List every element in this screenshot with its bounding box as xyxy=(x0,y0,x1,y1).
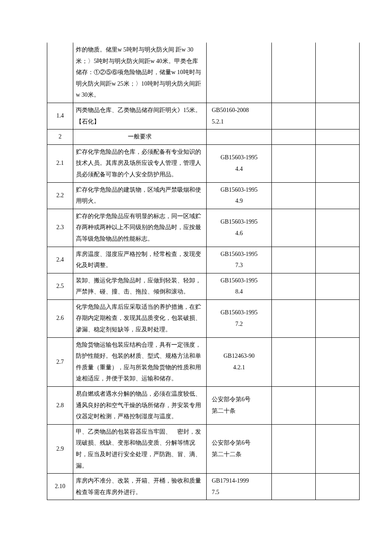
row-number: 2.10 xyxy=(47,474,73,500)
row-reference: GB15603-19957.2 xyxy=(207,299,272,337)
row-empty-2 xyxy=(316,474,360,500)
row-content: 炸的物质。储里w 5吨时与明火防火间 距w 30米；〉5吨时与明火防火间距w 4… xyxy=(73,43,207,103)
row-content: 库房内不准分、改装，开箱、开桶，验收和质量检查等需在库房外进行。 xyxy=(73,474,207,500)
row-reference: GB15603-19954.6 xyxy=(207,209,272,247)
row-reference xyxy=(207,43,272,103)
row-reference: GB15603-19954.9 xyxy=(207,182,272,209)
table-row: 2.5装卸、搬运化学危险品时，应做到轻装、轻卸，严禁摔、碰、撞、击、拖拉、倾倒和… xyxy=(47,273,360,299)
row-reference: GB15603-19957.3 xyxy=(207,247,272,273)
row-reference: GB12463-904.2.1 xyxy=(207,337,272,386)
row-number: 2.8 xyxy=(47,387,73,425)
row-empty-2 xyxy=(316,424,360,473)
row-content: 一般要求 xyxy=(73,129,207,145)
row-empty-1 xyxy=(272,424,316,473)
row-reference: GB50160-20085.2.1 xyxy=(207,103,272,129)
row-empty-2 xyxy=(316,273,360,299)
table-row: 2.6化学危险品入库后应采取适当的养护措施，在贮存期内定期检查，发现其品质变化，… xyxy=(47,299,360,337)
row-reference: GB15603-19954.4 xyxy=(207,144,272,182)
row-empty-1 xyxy=(272,474,316,500)
table-row: 2.3贮存的化学危险品应有明显的标志，同一区域贮存两种或两种以上不同级别的危险品… xyxy=(47,209,360,247)
row-empty-1 xyxy=(272,387,316,425)
row-empty-2 xyxy=(316,247,360,273)
row-content: 贮存的化学危险品应有明显的标志，同一区域贮存两种或两种以上不同级别的危险品时，应… xyxy=(73,209,207,247)
row-empty-1 xyxy=(272,144,316,182)
row-number: 2.6 xyxy=(47,299,73,337)
table-row: 1.4丙类物品仓库、乙类物品储存间距明火》15米。【石化】GB50160-200… xyxy=(47,103,360,129)
row-number: 2.1 xyxy=(47,144,73,182)
row-number: 2.2 xyxy=(47,182,73,209)
row-content: 库房温度、湿度应严格控制，经常检查，发现变化及时调整。 xyxy=(73,247,207,273)
row-number xyxy=(47,43,73,103)
row-content: 化学危险品入库后应采取适当的养护措施，在贮存期内定期检查，发现其品质变化，包装破… xyxy=(73,299,207,337)
row-number: 2.9 xyxy=(47,424,73,473)
row-content: 贮存化学危险品的建筑物，区域内严禁吸烟和使用明火。 xyxy=(73,182,207,209)
row-number: 2.7 xyxy=(47,337,73,386)
row-content: 装卸、搬运化学危险品时，应做到轻装、轻卸，严禁摔、碰、撞、击、拖拉、倾倒和滚动。 xyxy=(73,273,207,299)
row-empty-1 xyxy=(272,103,316,129)
row-content: 危险货物运输包装应结构合理，具有一定强度，防护性能好。包装的材质、型式、规格方法… xyxy=(73,337,207,386)
table-row: 2.9甲、乙类物品的包装容器应当牢固、 密封，发现破损、残缺、变形和物品变质、分… xyxy=(47,424,360,473)
row-empty-2 xyxy=(316,337,360,386)
row-content: 甲、乙类物品的包装容器应当牢固、 密封，发现破损、残缺、变形和物品变质、分解等情… xyxy=(73,424,207,473)
row-reference: GB17914-19997.5 xyxy=(207,474,272,500)
row-reference: 公安部令第6号第二十二条 xyxy=(207,424,272,473)
table-row: 2.10库房内不准分、改装，开箱、开桶，验收和质量检查等需在库房外进行。GB17… xyxy=(47,474,360,500)
row-empty-2 xyxy=(316,299,360,337)
row-reference xyxy=(207,129,272,145)
row-empty-2 xyxy=(316,103,360,129)
row-reference: 公安部令第6号第二十条 xyxy=(207,387,272,425)
table-row: 2.8易自燃或者遇水分解的物品，必须在温度较低、通风良好的和空气干燥的场所储存，… xyxy=(47,387,360,425)
table-row: 2.2贮存化学危险品的建筑物，区域内严禁吸烟和使用明火。GB15603-1995… xyxy=(47,182,360,209)
row-empty-1 xyxy=(272,273,316,299)
row-empty-2 xyxy=(316,144,360,182)
row-content: 易自燃或者遇水分解的物品，必须在温度较低、通风良好的和空气干燥的场所储存，并安装… xyxy=(73,387,207,425)
row-number: 2 xyxy=(47,129,73,145)
table-row: 2.1贮存化学危险品的仓库，必须配备有专业知识的技术人员。其库房及场所应设专人管… xyxy=(47,144,360,182)
regulation-table: 炸的物质。储里w 5吨时与明火防火间 距w 30米；〉5吨时与明火防火间距w 4… xyxy=(47,43,360,500)
row-reference: GB15603-19958.4 xyxy=(207,273,272,299)
row-content: 丙类物品仓库、乙类物品储存间距明火》15米。【石化】 xyxy=(73,103,207,129)
table-row: 2.7危险货物运输包装应结构合理，具有一定强度，防护性能好。包装的材质、型式、规… xyxy=(47,337,360,386)
row-empty-1 xyxy=(272,129,316,145)
row-empty-1 xyxy=(272,182,316,209)
row-number: 2.3 xyxy=(47,209,73,247)
row-empty-1 xyxy=(272,43,316,103)
row-empty-1 xyxy=(272,299,316,337)
table-row: 炸的物质。储里w 5吨时与明火防火间 距w 30米；〉5吨时与明火防火间距w 4… xyxy=(47,43,360,103)
row-empty-1 xyxy=(272,247,316,273)
row-empty-2 xyxy=(316,129,360,145)
row-empty-2 xyxy=(316,209,360,247)
row-number: 1.4 xyxy=(47,103,73,129)
row-number: 2.5 xyxy=(47,273,73,299)
row-empty-2 xyxy=(316,182,360,209)
table-row: 2.4库房温度、湿度应严格控制，经常检查，发现变化及时调整。GB15603-19… xyxy=(47,247,360,273)
row-content: 贮存化学危险品的仓库，必须配备有专业知识的技术人员。其库房及场所应设专人管理，管… xyxy=(73,144,207,182)
row-empty-1 xyxy=(272,209,316,247)
row-empty-2 xyxy=(316,43,360,103)
table-row: 2一般要求 xyxy=(47,129,360,145)
row-empty-1 xyxy=(272,337,316,386)
row-empty-2 xyxy=(316,387,360,425)
row-number: 2.4 xyxy=(47,247,73,273)
